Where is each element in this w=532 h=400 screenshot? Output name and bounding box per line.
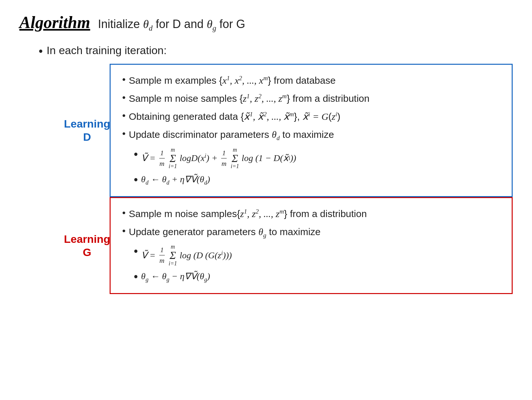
red-sub-1: • Ṽ = 1 m m Σ i=1 [134, 244, 500, 266]
blue-item-2: • Sample m noise samples {z1, z2, ..., z… [122, 92, 500, 105]
bullet-dot: • [39, 44, 43, 58]
learning-g-row: LearningG • Sample m noise samples{z1, z… [64, 197, 513, 294]
blue-sub-1: • Ṽ = 1 m m Σ i=1 [134, 147, 500, 169]
red-item-2: • Update generator parameters θg to maxi… [122, 225, 500, 240]
blue-sub-2: • θd ← θd + η∇Ṽ(θd) [134, 173, 500, 187]
learning-d-row: LearningD • Sample m examples {x1, x2, .… [64, 64, 513, 197]
outer-bullet-text: In each training iteration: [47, 44, 167, 57]
learning-d-text: LearningD [64, 117, 110, 144]
blue-item-1: • Sample m examples {x1, x2, ..., xm} fr… [122, 74, 500, 87]
header-description: Initialize θd for D and θg for G [98, 17, 245, 33]
bullet: • [134, 147, 138, 161]
red-sub-1-text: Ṽ = 1 m m Σ i=1 log (D (G(zi [141, 244, 232, 266]
blue-item-3: • Obtaining generated data {x̃1, x̃2, ..… [122, 110, 500, 123]
red-box: • Sample m noise samples{z1, z2, ..., zm… [110, 197, 513, 294]
bullet: • [134, 173, 138, 186]
bullet: • [122, 110, 126, 121]
bullet: • [122, 74, 126, 85]
red-sub-2-text: θg ← θg − η∇Ṽ(θg) [141, 270, 210, 284]
blue-box: • Sample m examples {x1, x2, ..., xm} fr… [110, 64, 513, 197]
red-sub-2: • θg ← θg − η∇Ṽ(θg) [134, 270, 500, 284]
algorithm-title: Algorithm [19, 13, 90, 32]
learning-g-text: LearningG [64, 233, 110, 259]
boxes-container: LearningD • Sample m examples {x1, x2, .… [64, 64, 513, 294]
red-item-2-text: Update generator parameters θg to maximi… [129, 225, 321, 240]
page-header: Algorithm Initialize θd for D and θg for… [19, 13, 513, 33]
main-content: • In each training iteration: LearningD … [19, 44, 513, 294]
blue-sub-1-text: Ṽ = 1 m m Σ i=1 logD(xi) + [141, 147, 296, 169]
bullet: • [134, 270, 138, 283]
blue-item-1-text: Sample m examples {x1, x2, ..., xm} from… [129, 74, 336, 87]
learning-d-label: LearningD [64, 64, 110, 197]
red-item-1: • Sample m noise samples{z1, z2, ..., zm… [122, 207, 500, 221]
blue-item-3-text: Obtaining generated data {x̃1, x̃2, ...,… [129, 110, 340, 123]
blue-item-4: • Update discriminator parameters θd to … [122, 128, 500, 142]
bullet: • [122, 92, 126, 103]
blue-sub-2-text: θd ← θd + η∇Ṽ(θd) [141, 173, 210, 187]
learning-g-label: LearningG [64, 197, 110, 294]
red-item-1-text: Sample m noise samples{z1, z2, ..., zm} … [129, 207, 367, 221]
blue-item-2-text: Sample m noise samples {z1, z2, ..., zm}… [129, 92, 369, 105]
bullet: • [122, 207, 126, 219]
bullet: • [134, 244, 138, 258]
bullet: • [122, 225, 126, 237]
outer-bullet-iteration: • In each training iteration: [39, 44, 513, 58]
blue-item-4-text: Update discriminator parameters θd to ma… [129, 128, 334, 142]
bullet: • [122, 128, 126, 139]
